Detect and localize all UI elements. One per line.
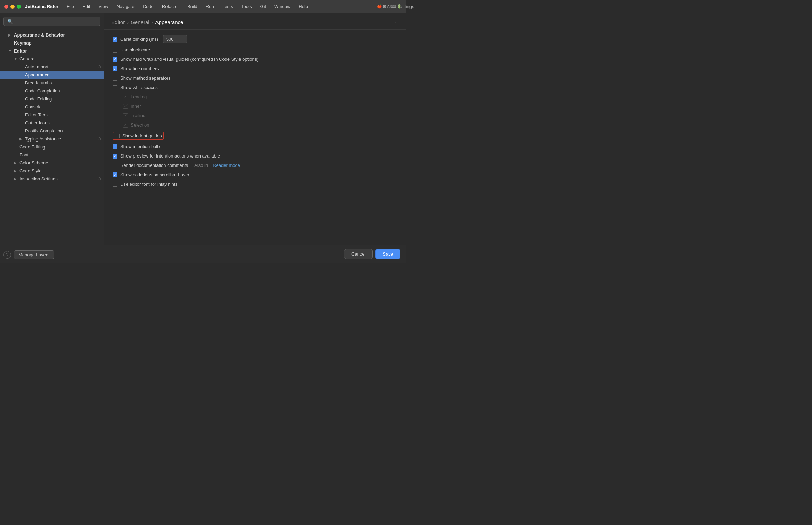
- show-indent-guides-highlight: Show indent guides: [113, 132, 164, 140]
- setting-row-trailing: Trailing: [113, 113, 398, 118]
- sidebar-label-gutter-icons: Gutter Icons: [25, 120, 50, 126]
- sidebar-item-code-style[interactable]: ▶ Code Style: [0, 167, 104, 175]
- sidebar-label-code-folding: Code Folding: [25, 96, 52, 102]
- caret-blinking-label: Caret blinking (ms):: [120, 37, 160, 42]
- sidebar-item-general[interactable]: ▼ General: [0, 55, 104, 63]
- close-button[interactable]: [4, 5, 8, 9]
- sidebar-item-gutter-icons[interactable]: Gutter Icons: [0, 119, 104, 127]
- sidebar-label-appearance: Appearance: [25, 72, 49, 78]
- menu-navigate[interactable]: Navigate: [115, 3, 136, 10]
- selection-checkbox[interactable]: [123, 123, 128, 128]
- leading-checkbox[interactable]: [123, 95, 128, 99]
- sidebar-item-auto-import[interactable]: Auto Import ⬡: [0, 63, 104, 71]
- use-block-caret-checkbox[interactable]: [113, 48, 117, 52]
- menu-window[interactable]: Window: [273, 3, 292, 10]
- show-intention-bulb-checkbox-wrap[interactable]: Show intention bulb: [113, 144, 160, 149]
- sidebar-item-breadcrumbs[interactable]: Breadcrumbs: [0, 79, 104, 87]
- show-line-numbers-checkbox-wrap[interactable]: Show line numbers: [113, 66, 159, 71]
- menu-build[interactable]: Build: [186, 3, 199, 10]
- show-indent-guides-checkbox-wrap[interactable]: Show indent guides: [115, 133, 162, 138]
- sidebar-item-keymap[interactable]: Keymap: [0, 39, 104, 47]
- show-code-lens-checkbox-wrap[interactable]: Show code lens on scrollbar hover: [113, 172, 189, 177]
- show-indent-guides-checkbox[interactable]: [115, 134, 120, 138]
- menu-edit[interactable]: Edit: [81, 3, 91, 10]
- setting-row-show-whitespaces: Show whitespaces: [113, 85, 398, 90]
- nav-back-button[interactable]: ←: [378, 18, 388, 26]
- setting-row-show-method-separators: Show method separators: [113, 75, 398, 81]
- inner-checkbox[interactable]: [123, 104, 128, 109]
- sidebar-bottom: ? Manage Layers: [0, 247, 104, 262]
- use-editor-font-checkbox-wrap[interactable]: Use editor font for inlay hints: [113, 181, 178, 187]
- show-line-numbers-checkbox[interactable]: [113, 66, 117, 71]
- show-indent-guides-label: Show indent guides: [122, 133, 162, 138]
- caret-blinking-checkbox[interactable]: [113, 37, 117, 42]
- menu-tests[interactable]: Tests: [221, 3, 234, 10]
- show-whitespaces-checkbox[interactable]: [113, 85, 117, 90]
- menu-view[interactable]: View: [97, 3, 109, 10]
- search-input[interactable]: [15, 19, 97, 24]
- save-button[interactable]: Save: [375, 249, 400, 259]
- sidebar-item-postfix-completion[interactable]: Postfix Completion: [0, 127, 104, 135]
- sidebar-label-keymap: Keymap: [14, 40, 32, 46]
- sidebar-item-code-editing[interactable]: Code Editing: [0, 143, 104, 151]
- use-block-caret-checkbox-wrap[interactable]: Use block caret: [113, 47, 152, 52]
- breadcrumb-sep-2: ›: [152, 19, 153, 25]
- cancel-button[interactable]: Cancel: [344, 249, 373, 259]
- show-preview-intention-label: Show preview for intention actions when …: [120, 153, 220, 159]
- maximize-button[interactable]: [17, 5, 21, 9]
- caret-blinking-checkbox-wrap[interactable]: Caret blinking (ms):: [113, 37, 160, 42]
- menu-git[interactable]: Git: [259, 3, 267, 10]
- manage-layers-button[interactable]: Manage Layers: [14, 250, 54, 259]
- main-content: Editor › General › Appearance ← → Caret …: [104, 13, 406, 262]
- sidebar-item-editor-tabs[interactable]: Editor Tabs: [0, 111, 104, 119]
- sidebar-item-code-completion[interactable]: Code Completion: [0, 87, 104, 95]
- sidebar-item-appearance-behavior[interactable]: ▶ Appearance & Behavior: [0, 31, 104, 39]
- caret-blinking-input[interactable]: [163, 35, 187, 43]
- arrow-placeholder-console: [19, 105, 24, 109]
- show-line-numbers-label: Show line numbers: [120, 66, 159, 71]
- render-documentation-checkbox-wrap[interactable]: Render documentation comments: [113, 163, 188, 168]
- sidebar-item-appearance[interactable]: Appearance: [0, 71, 104, 79]
- minimize-button[interactable]: [10, 5, 15, 9]
- sidebar-item-inspection-settings[interactable]: ▶ Inspection Settings ⬡: [0, 175, 104, 183]
- menu-file[interactable]: File: [65, 3, 75, 10]
- show-whitespaces-checkbox-wrap[interactable]: Show whitespaces: [113, 85, 158, 90]
- selection-checkbox-wrap[interactable]: Selection: [123, 122, 149, 128]
- show-hard-wrap-checkbox[interactable]: [113, 57, 117, 62]
- help-button[interactable]: ?: [3, 251, 11, 259]
- menu-refactor[interactable]: Refactor: [161, 3, 180, 10]
- trailing-checkbox-wrap[interactable]: Trailing: [123, 113, 145, 118]
- show-method-separators-checkbox[interactable]: [113, 76, 117, 81]
- show-method-separators-checkbox-wrap[interactable]: Show method separators: [113, 75, 171, 81]
- sidebar-item-color-scheme[interactable]: ▶ Color Scheme: [0, 159, 104, 167]
- menu-code[interactable]: Code: [141, 3, 155, 10]
- use-editor-font-checkbox[interactable]: [113, 182, 117, 187]
- nav-forward-button[interactable]: →: [389, 18, 399, 26]
- use-block-caret-label: Use block caret: [120, 47, 152, 52]
- menu-help[interactable]: Help: [297, 3, 309, 10]
- chevron-right-icon-inspection: ▶: [14, 177, 18, 181]
- sidebar-item-typing-assistance[interactable]: ▶ Typing Assistance ⬡: [0, 135, 104, 143]
- show-preview-intention-checkbox[interactable]: [113, 154, 117, 159]
- menu-run[interactable]: Run: [204, 3, 216, 10]
- menu-jetbrains-rider[interactable]: JetBrains Rider: [24, 3, 60, 10]
- leading-checkbox-wrap[interactable]: Leading: [123, 94, 147, 99]
- menu-tools[interactable]: Tools: [240, 3, 253, 10]
- arrow-placeholder-appearance: [19, 73, 24, 77]
- sidebar-item-code-folding[interactable]: Code Folding: [0, 95, 104, 103]
- show-preview-intention-checkbox-wrap[interactable]: Show preview for intention actions when …: [113, 153, 220, 159]
- reader-mode-link[interactable]: Reader mode: [213, 163, 240, 168]
- sidebar-item-console[interactable]: Console: [0, 103, 104, 111]
- show-hard-wrap-checkbox-wrap[interactable]: Show hard wrap and visual guides (config…: [113, 57, 258, 62]
- titlebar: JetBrains Rider File Edit View Navigate …: [0, 0, 406, 13]
- show-code-lens-label: Show code lens on scrollbar hover: [120, 172, 189, 177]
- sidebar-item-editor[interactable]: ▼ Editor: [0, 47, 104, 55]
- sidebar-item-font[interactable]: Font: [0, 151, 104, 159]
- render-documentation-checkbox[interactable]: [113, 163, 117, 168]
- search-box[interactable]: 🔍: [3, 17, 100, 26]
- show-intention-bulb-checkbox[interactable]: [113, 144, 117, 149]
- inner-checkbox-wrap[interactable]: Inner: [123, 104, 141, 109]
- nav-arrows: ← →: [378, 18, 399, 26]
- trailing-checkbox[interactable]: [123, 113, 128, 118]
- show-code-lens-checkbox[interactable]: [113, 172, 117, 177]
